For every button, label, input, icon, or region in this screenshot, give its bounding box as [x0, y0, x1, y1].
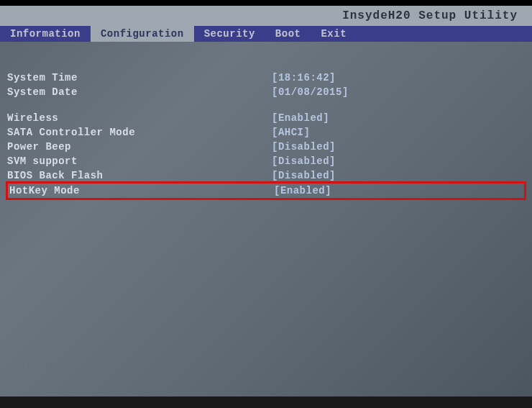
tab-label: Exit	[321, 28, 347, 40]
row-hotkey-mode[interactable]: HotKey Mode [Enabled]	[6, 181, 526, 200]
setting-label: SATA Controller Mode	[6, 127, 272, 138]
setting-value: [Disabled]	[272, 141, 336, 153]
row-sata-controller[interactable]: SATA Controller Mode [AHCI]	[6, 125, 526, 140]
setting-label: SVM support	[6, 155, 272, 167]
settings-content: System Time [18:16:42] System Date [01/0…	[0, 42, 532, 206]
setting-label: Power Beep	[6, 141, 272, 153]
setting-value: [AHCI]	[272, 127, 310, 138]
row-power-beep[interactable]: Power Beep [Disabled]	[6, 140, 526, 154]
title-bar: InsydeH20 Setup Utility	[0, 6, 532, 26]
row-bios-back-flash[interactable]: BIOS Back Flash [Disabled]	[6, 168, 526, 183]
row-svm-support[interactable]: SVM support [Disabled]	[6, 154, 526, 168]
bios-screen: InsydeH20 Setup Utility Information Conf…	[0, 6, 532, 408]
row-system-time[interactable]: System Time [18:16:42]	[6, 71, 526, 85]
setting-value: [Disabled]	[272, 155, 336, 167]
setting-value: [01/08/2015]	[272, 86, 349, 98]
tab-label: Security	[204, 28, 255, 40]
tab-information[interactable]: Information	[0, 26, 91, 42]
utility-title: InsydeH20 Setup Utility	[342, 9, 518, 22]
setting-label: System Time	[6, 72, 272, 83]
setting-label: Wireless	[6, 112, 272, 124]
row-wireless[interactable]: Wireless [Enabled]	[6, 111, 526, 125]
tab-boot[interactable]: Boot	[265, 26, 311, 42]
setting-label: BIOS Back Flash	[6, 170, 272, 181]
bottom-edge	[0, 396, 532, 408]
setting-value: [Enabled]	[272, 112, 329, 124]
tab-security[interactable]: Security	[194, 26, 265, 42]
tab-label: Boot	[275, 28, 301, 40]
row-system-date[interactable]: System Date [01/08/2015]	[6, 85, 526, 99]
spacer	[6, 99, 526, 111]
setting-label: HotKey Mode	[8, 185, 274, 196]
setting-value: [Enabled]	[274, 185, 331, 196]
tab-label: Configuration	[101, 28, 184, 40]
tab-bar: Information Configuration Security Boot …	[0, 26, 532, 42]
tab-exit[interactable]: Exit	[311, 26, 357, 42]
setting-value: [Disabled]	[272, 170, 336, 181]
tab-label: Information	[10, 28, 81, 40]
tab-configuration[interactable]: Configuration	[91, 26, 194, 42]
setting-value: [18:16:42]	[272, 72, 336, 83]
setting-label: System Date	[6, 86, 272, 98]
